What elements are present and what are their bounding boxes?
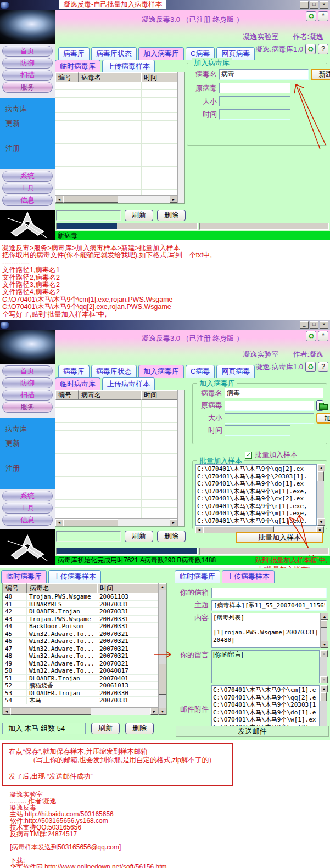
col-header-id[interactable]: 编号 (3, 583, 27, 593)
maximize-button[interactable]: □ (310, 321, 318, 329)
main-tab[interactable]: 加入病毒库 (138, 365, 184, 378)
close-button[interactable]: × (320, 1, 328, 9)
scroll-down-icon[interactable]: ▼ (317, 518, 325, 526)
batch-path-line[interactable]: C:\O70401\木马\木马9个\q[1].exe, (197, 517, 315, 525)
maximize-button[interactable]: □ (310, 1, 318, 9)
table-row[interactable]: 47 Win32.Adware.To... 20070321 (3, 645, 158, 653)
scroll-up-icon[interactable]: ▲ (320, 685, 328, 692)
col-header-time[interactable]: 时间 (97, 583, 158, 593)
tab-upload-sample[interactable]: 上传病毒样本 (102, 60, 155, 73)
main-tab[interactable]: C病毒 (186, 365, 215, 378)
table-row[interactable]: 43 Trojan.PWS.Wsgame 20070331 (3, 616, 158, 623)
new-button[interactable]: 新建 (311, 69, 330, 80)
batch-sample-listbox[interactable]: C:\O70401\木马\木马9个\qq[2].exC:\O70401\木马\木… (195, 464, 317, 526)
refresh-button[interactable]: 刷新 (91, 723, 120, 734)
sidebar-nav-button[interactable]: 系统 (2, 491, 53, 501)
refresh-icon[interactable]: ♻ (306, 11, 316, 21)
batch-path-line[interactable]: C:\O70401\木马\木马9个\w[1].exe, (197, 488, 315, 495)
table-row[interactable]: 54 木马 20070331 (3, 697, 158, 704)
sidebar-nav-button[interactable]: 系统 (2, 171, 53, 182)
star-button[interactable]: * (318, 331, 328, 341)
main-tab[interactable]: 病毒库状态 (91, 365, 137, 378)
minimize-button[interactable]: _ (300, 1, 309, 9)
table-row[interactable]: 44 BackDoor.Poison 20070331 (3, 623, 158, 630)
folder-open-icon[interactable] (316, 400, 323, 411)
message-textarea[interactable]: [你的留言] (211, 650, 320, 683)
help-button[interactable]: ? (318, 44, 328, 54)
table-row[interactable]: 51 DLOADER.Trojan 20070401 (3, 675, 158, 683)
sidebar-nav-button[interactable]: 防御 (2, 58, 53, 69)
delete-button[interactable]: 删除 (157, 531, 186, 542)
table-row[interactable]: 52 熊猫烧香 20061013 (3, 682, 158, 690)
scroll-right-icon[interactable]: ► (170, 519, 177, 526)
refresh-button[interactable]: 刷新 (125, 531, 153, 542)
mail-content-textarea[interactable]: [病毒列表]|1|rojan.PWS.Wsgame|20070331|20480… (211, 613, 320, 648)
delete-button[interactable]: 删除 (125, 723, 154, 734)
scroll-up-icon[interactable]: ▲ (159, 583, 166, 590)
send-mail-button[interactable]: 发送邮件 (176, 726, 329, 737)
main-tab[interactable]: 加入病毒库 (138, 47, 184, 60)
tab-upload-sample[interactable]: 上传病毒样本 (222, 570, 275, 583)
vertical-scrollbar[interactable]: ▲ ▼ (320, 613, 327, 648)
table-row[interactable]: 53 DLOADER.Trojan 20070330 (3, 690, 158, 697)
table-row[interactable]: 40 Trojan.PWS.Wsgame 20061103 (3, 593, 158, 601)
batch-path-line[interactable]: C:\O70401\木马\木马9个\cx[2].ex (197, 495, 315, 503)
scroll-down-icon[interactable]: ▼ (320, 676, 328, 683)
scroll-left-icon[interactable]: ◄ (55, 196, 63, 203)
sidebar-link-virus-db[interactable]: 病毒库 (5, 104, 55, 114)
sidebar-nav-button[interactable]: 工具 (2, 503, 53, 514)
main-tab[interactable]: 病毒库 (58, 365, 90, 378)
horizontal-scrollbar[interactable]: ◄ ► (55, 518, 177, 526)
attachment-path-line[interactable]: C:\O70401\木马\木马9个\do[1].e (213, 709, 318, 717)
tab-upload-sample[interactable]: 上传病毒样本 (102, 377, 155, 391)
table-row[interactable]: 48 Win32.Adware.To... 20070321 (3, 652, 158, 660)
table-row[interactable]: 50 Win32.Adware.To... 20040817 (3, 667, 158, 675)
virus-name-input[interactable] (225, 388, 323, 398)
tab-temp-virus-db[interactable]: 临时病毒库 (175, 570, 220, 583)
virus-name-input[interactable] (219, 69, 309, 80)
table-row[interactable]: 49 Win32.Adware.To... 20070321 (3, 660, 158, 668)
sidebar-nav-button[interactable]: 扫描 (2, 70, 53, 81)
refresh-icon[interactable]: ♻ (305, 44, 316, 54)
attachment-path-line[interactable]: C:\O70401\木马\木马9个\w[1].ex (213, 716, 318, 724)
scroll-down-icon[interactable]: ▼ (321, 641, 328, 648)
filter-input[interactable] (56, 210, 121, 221)
batch-path-line[interactable]: C:\O70401\木马\木马9个\qq[2].ex (197, 465, 315, 473)
refresh-icon[interactable]: ♻ (305, 362, 316, 372)
col-header-name[interactable]: 病毒名 (79, 72, 141, 82)
email-input[interactable] (211, 588, 327, 598)
col-header-name[interactable]: 病毒名 (79, 390, 141, 400)
main-tab[interactable]: 病毒库状态 (91, 47, 137, 60)
scrollbar-thumb[interactable] (10, 708, 91, 715)
original-virus-input[interactable] (219, 83, 290, 93)
sidebar-nav-button[interactable]: 服务 (2, 402, 53, 413)
help-button[interactable]: ? (318, 362, 328, 372)
original-virus-input[interactable] (225, 401, 314, 411)
sidebar-nav-button[interactable]: 工具 (2, 183, 53, 194)
horizontal-scrollbar[interactable]: ◄ ► (3, 707, 158, 715)
scroll-down-icon[interactable]: ▼ (159, 708, 166, 715)
attachment-path-line[interactable]: C:\O70401\木马\木马9个\20303[1 (213, 701, 318, 709)
col-header-id[interactable]: 编号 (55, 390, 79, 400)
scroll-up-icon[interactable]: ▲ (320, 650, 328, 657)
filter-input[interactable] (56, 531, 121, 542)
sidebar-nav-button[interactable]: 首页 (2, 46, 53, 57)
tab-temp-virus-db[interactable]: 临时病毒库 (1, 570, 47, 583)
horizontal-scrollbar[interactable]: ◄ ► (55, 195, 177, 203)
sidebar-link-register[interactable]: 注册 (5, 464, 55, 474)
subject-input[interactable] (211, 600, 327, 611)
scroll-left-icon[interactable]: ◄ (3, 708, 10, 715)
col-header-name[interactable]: 病毒名 (27, 583, 97, 593)
vertical-scrollbar[interactable]: ▲ ▼ (317, 464, 324, 526)
scrollbar-thumb[interactable] (63, 519, 118, 526)
delete-button[interactable]: 删除 (157, 210, 186, 221)
tab-temp-virus-db[interactable]: 临时病毒库 (55, 60, 100, 73)
sidebar-nav-button[interactable]: 首页 (2, 365, 53, 376)
sidebar-link-update[interactable]: 更新 (5, 438, 55, 448)
sidebar-link-update[interactable]: 更新 (5, 119, 55, 128)
table-row[interactable]: 41 BINARYRES 20070331 (3, 601, 158, 608)
vertical-scrollbar[interactable]: ▲ ▼ (158, 583, 166, 715)
batch-path-line[interactable]: C:\O70401\木马\木马9个\20303[1]. (197, 473, 315, 481)
sidebar-nav-button[interactable]: 扫描 (2, 390, 53, 401)
batch-path-line[interactable]: C:\O70401\木马\木马9个\do[1].ex (197, 480, 315, 488)
